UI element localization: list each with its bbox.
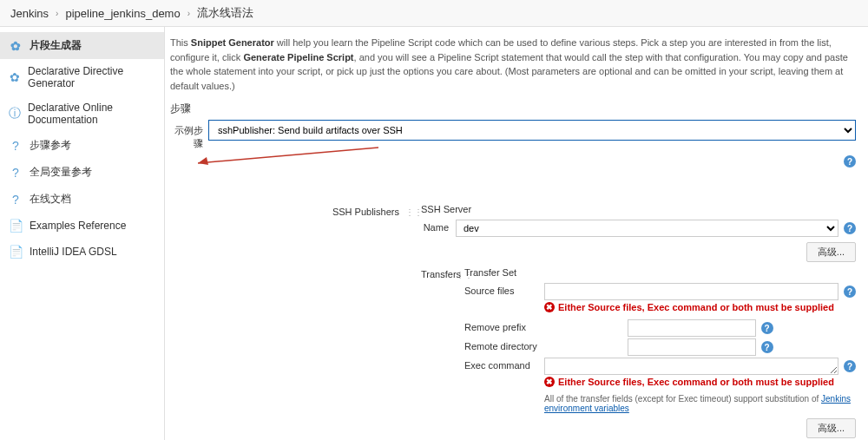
help-icon[interactable]: ?	[844, 222, 856, 234]
sidebar-item-online-doc[interactable]: ? 在线文档	[0, 186, 164, 213]
sidebar: ✿ 片段生成器 ✿ Declarative Directive Generato…	[0, 27, 165, 440]
help-icon[interactable]: ?	[844, 360, 856, 372]
breadcrumb-item[interactable]: pipeline_jenkins_demo	[65, 7, 180, 20]
help-icon[interactable]: ?	[844, 155, 856, 167]
help-icon: ?	[9, 166, 23, 180]
source-files-input[interactable]	[544, 283, 838, 300]
sidebar-item-label: IntelliJ IDEA GDSL	[30, 246, 117, 258]
remove-prefix-label: Remove prefix	[464, 319, 544, 332]
name-label: Name	[421, 220, 456, 237]
chevron-right-icon: ›	[56, 9, 58, 18]
breadcrumb: Jenkins › pipeline_jenkins_demo › 流水线语法	[0, 0, 868, 27]
sidebar-item-label: 片段生成器	[30, 38, 82, 53]
help-icon: ?	[9, 139, 23, 153]
error-icon: ✖	[544, 377, 555, 387]
chevron-right-icon: ›	[187, 9, 190, 18]
breadcrumb-item[interactable]: 流水线语法	[197, 5, 253, 21]
exec-command-input[interactable]	[544, 358, 838, 375]
transfers-label: Transfers	[421, 267, 456, 279]
hint-text: All of the transfer fields (except for E…	[544, 394, 856, 413]
error-icon: ✖	[544, 302, 555, 312]
remote-directory-label: Remote directory	[464, 338, 544, 351]
help-icon: ⓘ	[9, 107, 21, 121]
source-files-label: Source files	[464, 283, 544, 296]
error-message: ✖ Either Source files, Exec command or b…	[544, 302, 856, 312]
main-content: This Snippet Generator will help you lea…	[165, 27, 868, 440]
sidebar-item-declarative-directive[interactable]: ✿ Declarative Directive Generator	[0, 59, 164, 95]
doc-icon: 📄	[9, 219, 23, 233]
breadcrumb-item[interactable]: Jenkins	[10, 7, 49, 20]
sidebar-item-label: 全局变量参考	[30, 165, 92, 180]
sidebar-item-step-reference[interactable]: ? 步骤参考	[0, 132, 164, 159]
sidebar-item-label: 步骤参考	[30, 138, 71, 153]
remove-prefix-input[interactable]	[628, 319, 756, 337]
drag-handle-icon[interactable]: ⋮⋮	[405, 205, 414, 217]
help-icon[interactable]: ?	[761, 322, 773, 334]
gear-icon: ✿	[9, 39, 23, 53]
sidebar-item-intellij-gdsl[interactable]: 📄 IntelliJ IDEA GDSL	[0, 239, 164, 265]
help-icon[interactable]: ?	[844, 286, 856, 298]
sidebar-item-label: Declarative Directive Generator	[28, 65, 155, 89]
advanced-button[interactable]: 高级...	[806, 418, 856, 438]
gear-icon: ✿	[9, 70, 21, 84]
sidebar-item-label: 在线文档	[30, 192, 71, 207]
step-select[interactable]: sshPublisher: Send build artifacts over …	[208, 120, 856, 141]
intro-text: This Snippet Generator will help you lea…	[170, 36, 856, 93]
help-icon[interactable]: ?	[761, 341, 773, 353]
advanced-button[interactable]: 高级...	[806, 242, 856, 262]
example-step-label: 示例步骤	[170, 120, 208, 150]
sidebar-item-global-var-ref[interactable]: ? 全局变量参考	[0, 159, 164, 186]
doc-icon: 📄	[9, 245, 23, 259]
drag-handle-icon[interactable]: ⋮⋮	[456, 267, 464, 279]
sidebar-item-declarative-online-doc[interactable]: ⓘ Declarative Online Documentation	[0, 95, 164, 132]
sidebar-item-label: Declarative Online Documentation	[28, 102, 155, 126]
steps-heading: 步骤	[170, 102, 856, 116]
error-message: ✖ Either Source files, Exec command or b…	[544, 377, 856, 387]
sidebar-item-examples-ref[interactable]: 📄 Examples Reference	[0, 213, 164, 239]
sidebar-item-snippet-generator[interactable]: ✿ 片段生成器	[0, 32, 164, 59]
ssh-server-heading: SSH Server	[421, 202, 856, 214]
ssh-name-select[interactable]: dev	[456, 220, 838, 237]
remote-directory-input[interactable]	[628, 338, 756, 356]
transfer-set-label: Transfer Set	[464, 267, 856, 278]
exec-command-label: Exec command	[464, 358, 544, 371]
sidebar-item-label: Examples Reference	[30, 220, 126, 232]
ssh-publishers-label: SSH Publishers ⋮⋮	[208, 202, 421, 217]
help-icon: ?	[9, 193, 23, 207]
